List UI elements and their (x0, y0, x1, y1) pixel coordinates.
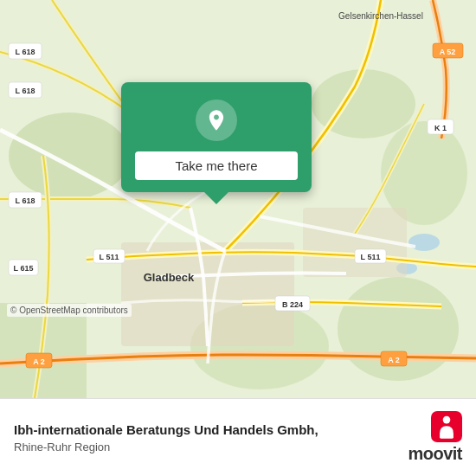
business-name: Ibh-internationale Beratungs Und Handels… (14, 421, 397, 439)
svg-text:L 618: L 618 (16, 196, 35, 205)
moovit-logo: moovit (408, 411, 462, 464)
svg-text:L 618: L 618 (16, 48, 35, 56)
svg-text:Gelsenkirchen-Hassel: Gelsenkirchen-Hassel (338, 11, 423, 21)
info-bar: Ibh-internationale Beratungs Und Handels… (0, 398, 476, 476)
svg-text:A 52: A 52 (440, 48, 456, 56)
svg-text:A 2: A 2 (33, 357, 45, 366)
location-pin-icon (196, 100, 237, 141)
svg-text:A 2: A 2 (388, 356, 400, 364)
svg-text:L 511: L 511 (361, 253, 381, 261)
svg-text:K 1: K 1 (434, 124, 447, 132)
svg-point-1 (9, 113, 130, 199)
moovit-brand-icon (431, 411, 462, 442)
map-svg: L 618 L 618 L 618 L 615 L 511 L 511 B 22… (0, 0, 476, 398)
map-container: L 618 L 618 L 618 L 615 L 511 L 511 B 22… (0, 0, 476, 398)
svg-text:L 511: L 511 (100, 253, 119, 261)
popup-card: Take me there (121, 82, 312, 192)
business-info: Ibh-internationale Beratungs Und Handels… (14, 421, 397, 453)
svg-point-7 (408, 234, 440, 251)
svg-text:L 618: L 618 (16, 87, 35, 95)
osm-attribution: © OpenStreetMap contributors (7, 304, 132, 317)
take-me-there-button[interactable]: Take me there (135, 151, 298, 180)
business-region: Rhine-Ruhr Region (14, 441, 397, 453)
svg-text:Gladbeck: Gladbeck (144, 271, 195, 284)
svg-text:B 224: B 224 (282, 300, 303, 309)
svg-text:L 615: L 615 (14, 264, 34, 273)
svg-point-36 (443, 416, 451, 424)
moovit-wordmark: moovit (408, 444, 462, 464)
